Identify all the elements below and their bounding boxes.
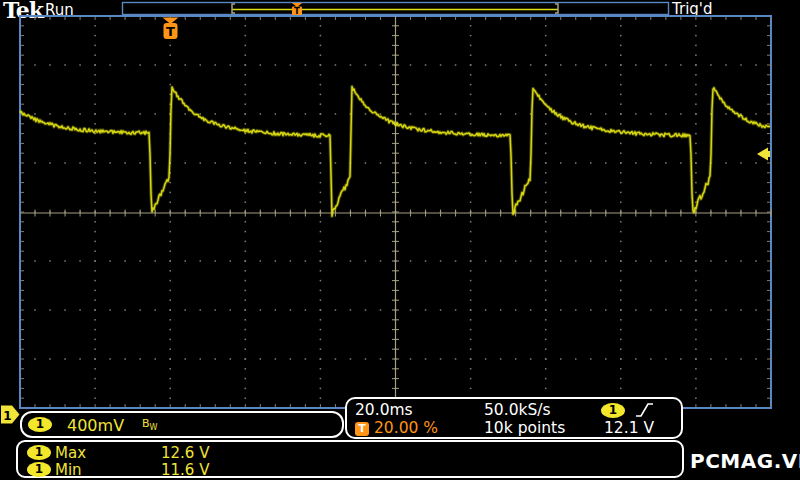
trigger-level-value: 12.1 V — [604, 420, 654, 437]
measurement-row-min: 1 Min 11.6 V — [18, 461, 682, 478]
trigger-position-percent: 20.00 % — [374, 420, 438, 437]
rising-edge-slope-icon — [634, 402, 654, 418]
record-length: 10k points — [484, 420, 565, 437]
measurements-box: 1 Max 12.6 V 1 Min 11.6 V — [16, 440, 684, 478]
window-bracket-right — [555, 4, 558, 13]
measurement-value: 11.6 V — [161, 461, 209, 479]
channel1-badge: 1 — [27, 445, 51, 460]
measurement-row-max: 1 Max 12.6 V — [18, 444, 682, 461]
time-per-division: 20.0ms — [355, 402, 413, 419]
svg-text:T: T — [166, 24, 175, 39]
record-view-bar — [123, 3, 669, 15]
channel1-badge: 1 — [27, 462, 51, 477]
svg-text:T: T — [294, 6, 300, 16]
measurement-name: Min — [55, 461, 82, 479]
trigger-source-badge: 1 — [601, 403, 625, 418]
horizontal-trigger-readout-box: 20.0ms 50.0kS/s 1 T 20.00 % 10k points 1… — [345, 397, 683, 439]
measurement-name: Max — [55, 444, 86, 462]
measurement-value: 12.6 V — [161, 444, 209, 462]
window-bracket-left — [232, 4, 235, 13]
sample-rate: 50.0kS/s — [484, 402, 551, 419]
svg-text:1: 1 — [3, 409, 11, 423]
trigger-T-icon: T — [355, 422, 369, 436]
bandwidth-limit-icon: BW — [142, 417, 157, 432]
oscilloscope-screen: Tek Run Trig'd T1T 1 400mV BW 20.0ms 50.… — [0, 0, 800, 480]
channel1-badge: 1 — [28, 417, 52, 432]
trigger-level-arrow-icon — [757, 148, 770, 161]
channel1-volts-per-div: 400mV — [67, 416, 124, 435]
pcmag-watermark: PCMAG.VN — [690, 449, 800, 473]
channel1-readout-box: 1 400mV BW — [20, 411, 344, 438]
